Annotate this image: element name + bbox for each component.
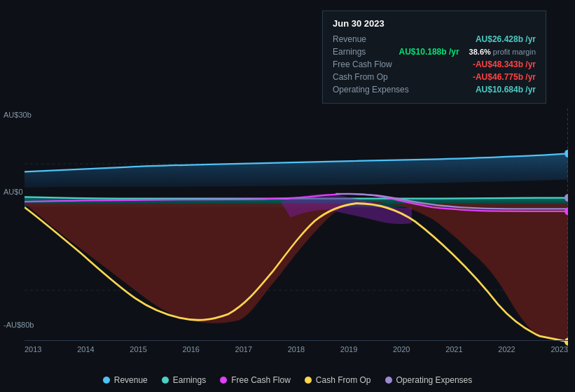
legend-dot-revenue — [103, 377, 110, 384]
opex-value: AU$10.684b /yr — [476, 85, 536, 94]
earnings-label: Earnings — [333, 47, 366, 57]
legend-label-cashop: Cash From Op — [316, 375, 371, 385]
cash-neg-area — [25, 202, 568, 342]
legend-opex[interactable]: Operating Expenses — [385, 375, 473, 385]
x-label-2021: 2021 — [445, 345, 462, 354]
profit-badge: 38.6% profit margin — [469, 48, 536, 56]
x-label-2014: 2014 — [77, 345, 94, 354]
cashop-label: Cash From Op — [333, 72, 388, 82]
revenue-row: Revenue AU$26.428b /yr — [333, 33, 536, 46]
fcf-value: -AU$48.343b /yr — [473, 59, 536, 69]
fcf-label: Free Cash Flow — [333, 59, 392, 69]
opex-label: Operating Expenses — [333, 85, 409, 94]
legend-dot-cashop — [305, 377, 312, 384]
x-label-2018: 2018 — [288, 345, 305, 354]
x-label-2015: 2015 — [130, 345, 146, 354]
earnings-value: AU$10.188b /yr — [399, 47, 459, 57]
revenue-label: Revenue — [333, 34, 366, 44]
x-label-2013: 2013 — [25, 345, 41, 354]
revenue-area — [25, 153, 568, 188]
legend-earnings[interactable]: Earnings — [162, 375, 206, 385]
x-label-2022: 2022 — [498, 345, 515, 354]
legend-dot-fcf — [220, 377, 227, 384]
x-label-2019: 2019 — [340, 345, 357, 354]
legend-cashop[interactable]: Cash From Op — [305, 375, 371, 385]
legend-label-opex: Operating Expenses — [396, 375, 473, 385]
x-label-2020: 2020 — [393, 345, 410, 354]
legend-label-earnings: Earnings — [173, 375, 206, 385]
x-label-2016: 2016 — [182, 345, 199, 354]
legend-dot-earnings — [162, 377, 169, 384]
y-label-mid: AU$0 — [4, 188, 23, 196]
revenue-value: AU$26.428b /yr — [476, 34, 536, 44]
legend-revenue[interactable]: Revenue — [103, 375, 148, 385]
tooltip-box: Jun 30 2023 Revenue AU$26.428b /yr Earni… — [322, 10, 546, 104]
x-label-2023: 2023 — [550, 345, 567, 354]
chart-legend: Revenue Earnings Free Cash Flow Cash Fro… — [0, 375, 575, 385]
tooltip-title: Jun 30 2023 — [333, 18, 536, 29]
cashop-row: Cash From Op -AU$46.775b /yr — [333, 71, 536, 83]
chart-svg — [25, 108, 568, 354]
cashop-value: -AU$46.775b /yr — [473, 72, 536, 82]
x-axis: 2013 2014 2015 2016 2017 2018 2019 2020 … — [25, 340, 568, 354]
legend-label-revenue: Revenue — [114, 375, 148, 385]
legend-fcf[interactable]: Free Cash Flow — [220, 375, 291, 385]
opex-row: Operating Expenses AU$10.684b /yr — [333, 83, 536, 96]
legend-dot-opex — [385, 377, 392, 384]
earnings-row: Earnings AU$10.188b /yr 38.6% profit mar… — [333, 46, 536, 58]
legend-label-fcf: Free Cash Flow — [231, 375, 291, 385]
x-label-2017: 2017 — [235, 345, 252, 354]
chart-container — [25, 108, 568, 354]
fcf-row: Free Cash Flow -AU$48.343b /yr — [333, 58, 536, 71]
